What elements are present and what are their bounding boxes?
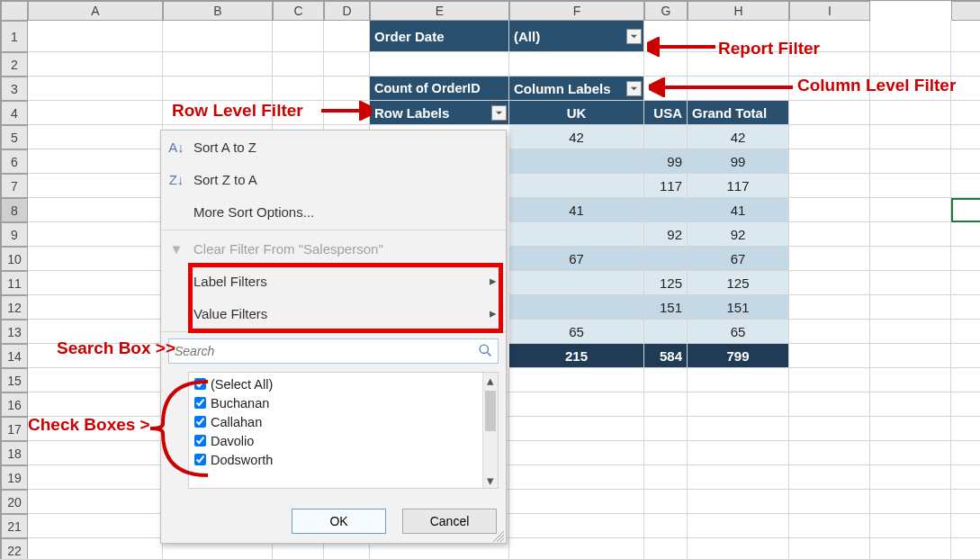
cell[interactable] [28, 77, 163, 101]
cell[interactable] [870, 247, 951, 271]
row-header-8[interactable]: 8 [1, 198, 28, 222]
cell[interactable] [688, 77, 789, 101]
cell[interactable] [509, 538, 644, 559]
cell[interactable] [951, 368, 980, 392]
cell[interactable] [870, 538, 951, 559]
pivot-data-cell[interactable]: 42 [509, 125, 644, 149]
cell[interactable] [28, 149, 163, 174]
cell[interactable] [644, 538, 688, 559]
pivot-data-cell[interactable] [509, 174, 644, 198]
cell[interactable] [951, 149, 980, 174]
row-header-11[interactable]: 11 [1, 271, 28, 295]
cell[interactable] [163, 101, 273, 125]
cell[interactable] [509, 490, 644, 514]
cell[interactable] [28, 344, 163, 368]
cell[interactable] [951, 198, 980, 222]
pivot-data-cell[interactable]: 125 [688, 271, 789, 295]
cell[interactable] [870, 344, 951, 368]
pivot-data-cell[interactable] [644, 198, 688, 222]
cell[interactable] [870, 271, 951, 295]
cell[interactable] [28, 222, 163, 247]
cell[interactable] [324, 101, 370, 125]
select-all-corner[interactable] [1, 1, 28, 21]
cell[interactable] [163, 77, 273, 101]
cell[interactable] [789, 21, 870, 52]
cell[interactable] [28, 538, 163, 559]
cell[interactable] [509, 514, 644, 538]
cell[interactable] [688, 368, 789, 392]
cell[interactable] [644, 465, 688, 490]
cell[interactable] [644, 490, 688, 514]
cell[interactable] [273, 101, 324, 125]
cell[interactable] [789, 490, 870, 514]
pivot-data-cell[interactable] [644, 320, 688, 344]
pivot-data-cell[interactable]: 99 [688, 149, 789, 174]
cancel-button[interactable]: Cancel [402, 509, 497, 534]
filter-check-item[interactable]: Callahan [194, 412, 494, 431]
cell[interactable] [509, 441, 644, 465]
cell[interactable] [951, 441, 980, 465]
pivot-data-cell[interactable]: 92 [688, 222, 789, 247]
cell[interactable] [789, 465, 870, 490]
cell[interactable] [370, 52, 509, 77]
cell[interactable] [870, 490, 951, 514]
cell[interactable] [870, 125, 951, 149]
cell[interactable] [688, 490, 789, 514]
row-filter-dropdown[interactable] [491, 105, 507, 121]
cell[interactable] [644, 21, 688, 52]
cell[interactable] [951, 52, 980, 77]
col-header-C[interactable]: C [273, 1, 324, 21]
scroll-thumb[interactable] [485, 391, 496, 431]
cell[interactable] [688, 465, 789, 490]
cell[interactable] [273, 77, 324, 101]
cell[interactable] [644, 52, 688, 77]
cell[interactable] [870, 52, 951, 77]
cell[interactable] [28, 125, 163, 149]
cell[interactable] [951, 295, 980, 320]
pivot-data-cell[interactable]: 67 [509, 247, 644, 271]
col-header-I[interactable]: I [789, 1, 870, 21]
col-header-F[interactable]: F [509, 1, 644, 21]
cell[interactable] [789, 514, 870, 538]
more-sort-options[interactable]: More Sort Options... [161, 195, 506, 228]
cell[interactable] [28, 174, 163, 198]
cell[interactable] [789, 441, 870, 465]
cell[interactable] [870, 514, 951, 538]
cell[interactable] [789, 295, 870, 320]
row-header-7[interactable]: 7 [1, 174, 28, 198]
cell[interactable] [870, 101, 951, 125]
ok-button[interactable]: OK [292, 509, 386, 534]
cell[interactable] [28, 417, 163, 441]
cell[interactable] [951, 465, 980, 490]
cell[interactable] [951, 174, 980, 198]
row-header-22[interactable]: 22 [1, 538, 28, 559]
cell[interactable] [951, 320, 980, 344]
cell[interactable] [273, 21, 324, 52]
pivot-data-cell[interactable]: 42 [688, 125, 789, 149]
cell[interactable] [951, 21, 980, 52]
cell[interactable] [951, 222, 980, 247]
cell[interactable] [870, 417, 951, 441]
row-header-20[interactable]: 20 [1, 490, 28, 514]
pivot-data-cell[interactable] [509, 149, 644, 174]
cell[interactable] [28, 465, 163, 490]
cell[interactable] [644, 392, 688, 417]
pivot-data-cell[interactable] [509, 222, 644, 247]
col-header-B[interactable]: B [163, 1, 273, 21]
col-header-H[interactable]: H [688, 1, 789, 21]
cell[interactable] [789, 271, 870, 295]
cell[interactable] [870, 222, 951, 247]
cell[interactable] [28, 368, 163, 392]
cell[interactable] [163, 52, 273, 77]
cell[interactable] [789, 538, 870, 559]
cell[interactable] [28, 295, 163, 320]
cell[interactable] [951, 490, 980, 514]
row-header-2[interactable]: 2 [1, 52, 28, 77]
row-header-6[interactable]: 6 [1, 149, 28, 174]
cell[interactable] [789, 149, 870, 174]
row-header-10[interactable]: 10 [1, 247, 28, 271]
cell[interactable] [509, 392, 644, 417]
pivot-data-cell[interactable]: 41 [688, 198, 789, 222]
filter-checkbox[interactable] [194, 416, 206, 428]
sort-az[interactable]: A↓ Sort A to Z [161, 131, 506, 163]
